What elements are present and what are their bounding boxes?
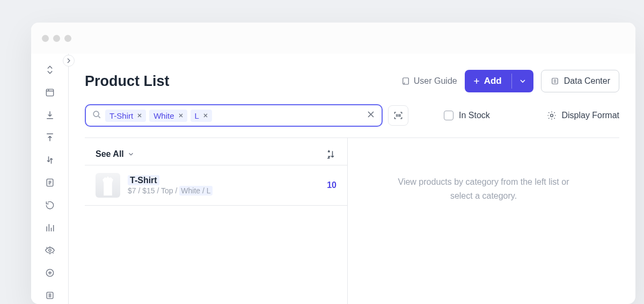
chip-remove[interactable] (202, 112, 209, 119)
data-center-label: Data Center (564, 76, 610, 86)
chip-remove[interactable] (178, 112, 184, 119)
search-input[interactable]: T-Shirt White L (85, 104, 383, 127)
window-dot (42, 35, 49, 42)
product-meta-prefix: $7 / $15 / Top / (128, 186, 179, 195)
add-button-label: Add (484, 76, 502, 86)
app-window: Product List User Guide Add (31, 23, 635, 304)
product-row[interactable]: T-Shirt $7 / $15 / Top / White / L 10 (85, 165, 347, 206)
chevron-down-icon (127, 150, 135, 158)
svg-rect-5 (403, 78, 409, 84)
main-area: Product List User Guide Add (69, 54, 635, 304)
gear-icon (546, 110, 557, 121)
checkbox-icon (444, 111, 453, 120)
chevron-down-icon (518, 77, 527, 85)
window-dot (64, 35, 71, 42)
svg-point-8 (551, 114, 553, 117)
add-dropdown-toggle[interactable] (512, 77, 533, 85)
add-circle-icon[interactable] (43, 266, 56, 279)
window-titlebar (31, 23, 635, 54)
in-stock-label: In Stock (459, 111, 490, 120)
sidebar-toggle[interactable] (63, 55, 75, 67)
chip-remove[interactable] (136, 112, 143, 119)
search-chip-label: T-Shirt (109, 111, 133, 120)
search-chip-label: White (153, 111, 174, 120)
search-chip: L (191, 110, 212, 122)
sidebar-rail (31, 54, 69, 304)
svg-rect-0 (46, 89, 53, 96)
detail-pane: View products by category from the left … (348, 138, 619, 304)
svg-point-7 (93, 111, 99, 117)
sort-az-icon (326, 149, 336, 160)
search-clear-all[interactable] (365, 109, 376, 122)
data-center-button[interactable]: Data Center (541, 70, 619, 92)
sort-button[interactable] (326, 149, 336, 160)
product-info: T-Shirt $7 / $15 / Top / White / L (128, 176, 213, 195)
collapse-expand-icon[interactable] (43, 63, 56, 76)
chart-icon[interactable] (43, 221, 56, 234)
in-stock-filter[interactable]: In Stock (444, 111, 490, 120)
plus-icon (472, 77, 481, 85)
display-format-button[interactable]: Display Format (546, 110, 619, 121)
download-icon[interactable] (43, 108, 56, 121)
product-name: T-Shirt (128, 175, 159, 185)
barcode-scan-button[interactable] (388, 105, 408, 126)
window-dot (53, 35, 60, 42)
search-chip-label: L (195, 111, 199, 120)
user-guide-link[interactable]: User Guide (401, 76, 457, 86)
search-chip: White (149, 110, 187, 122)
data-center-icon (550, 76, 560, 86)
transfer-icon[interactable] (43, 154, 56, 167)
add-button-group: Add (465, 70, 533, 92)
empty-state-message: View products by category from the left … (387, 175, 580, 202)
add-button[interactable]: Add (465, 76, 511, 86)
display-format-label: Display Format (561, 111, 619, 120)
document-icon[interactable] (43, 176, 56, 189)
user-guide-label: User Guide (414, 76, 457, 86)
product-thumbnail (96, 173, 120, 198)
page-title: Product List (85, 73, 170, 90)
package-icon[interactable] (43, 86, 56, 99)
search-chip: T-Shirt (105, 110, 146, 122)
see-all-dropdown[interactable]: See All (96, 149, 135, 159)
product-meta: $7 / $15 / Top / White / L (128, 186, 213, 195)
product-count: 10 (327, 180, 336, 190)
upload-icon[interactable] (43, 131, 56, 144)
visibility-icon[interactable] (43, 244, 56, 257)
see-all-label: See All (96, 149, 124, 159)
svg-point-2 (48, 249, 50, 251)
list-icon[interactable] (43, 289, 56, 302)
history-icon[interactable] (43, 199, 56, 212)
product-list-pane: See All T-Shirt (85, 138, 348, 304)
search-icon (91, 109, 102, 122)
product-meta-highlight: White / L (179, 186, 212, 196)
